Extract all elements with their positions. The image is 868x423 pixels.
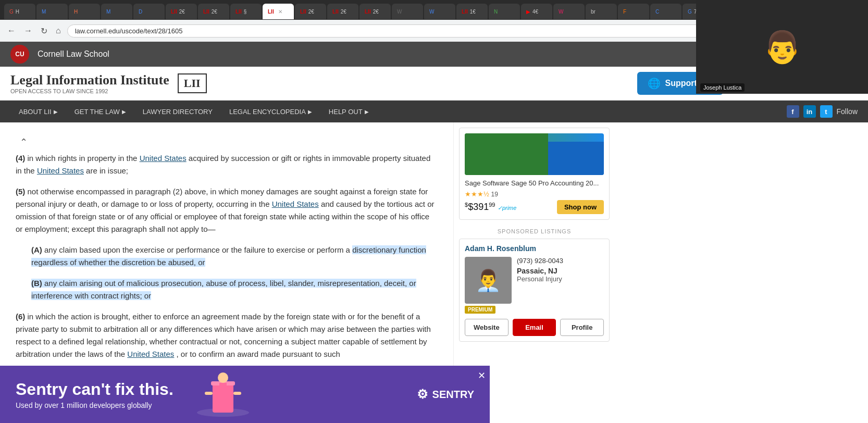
ad-product-image: [465, 133, 604, 175]
video-overlay: 👨 Joseph Lustica: [696, 0, 868, 94]
ad-banner-illustration: [189, 368, 257, 379]
video-person-name: Joseph Lustica: [700, 83, 745, 92]
section-4-text: in which rights in property in the: [28, 154, 138, 163]
nav-get-the-law[interactable]: GET THE LAW ▶: [66, 101, 134, 122]
tab-lii3[interactable]: LII§: [230, 4, 262, 19]
tab-d[interactable]: D: [133, 4, 165, 19]
lawyer-location: Passaic, NJ: [517, 267, 604, 275]
lawyer-name[interactable]: Adam H. Rosenblum: [465, 244, 604, 253]
review-count: 19: [491, 191, 498, 198]
lawyer-actions: Website Email Profile: [465, 319, 604, 336]
tab-lii-active[interactable]: LII✕: [263, 4, 294, 19]
us-link-4[interactable]: United States: [127, 350, 174, 358]
price-main: $391: [468, 202, 489, 212]
lii-logo-box: LII: [178, 73, 207, 93]
us-link-3[interactable]: United States: [272, 200, 319, 208]
us-link-1[interactable]: United States: [140, 154, 187, 163]
subsection-a-paragraph: (A) any claim based upon the exercise or…: [31, 244, 438, 269]
tab-br[interactable]: br: [586, 4, 617, 19]
ad-banner-close-button[interactable]: ✕: [478, 370, 486, 379]
tab-w3[interactable]: W: [553, 4, 585, 19]
tab-f[interactable]: F: [618, 4, 649, 19]
us-link-2[interactable]: United States: [37, 166, 84, 175]
section-6-text2: , or to confirm an award made pursuant t…: [177, 350, 340, 358]
price-container: $$39199 ✓prime: [465, 202, 516, 213]
main-content: ⌃ (4) in which rights in property in the…: [0, 122, 868, 379]
nav-help-out-arrow: ▶: [365, 109, 369, 115]
tab-lii7[interactable]: LII1€: [456, 4, 488, 19]
tab-w1[interactable]: W: [392, 4, 423, 19]
nav-lawyer-directory[interactable]: LAWYER DIRECTORY: [134, 101, 221, 122]
tab-lii5[interactable]: LII2€: [327, 4, 358, 19]
tab-lii1[interactable]: LII2€: [166, 4, 197, 19]
follow-text: Follow: [837, 107, 858, 116]
video-content: 👨 Joseph Lustica: [696, 0, 868, 94]
back-button[interactable]: ←: [5, 24, 18, 38]
ad-stars: ★★★½ 19: [465, 190, 604, 198]
linkedin-icon[interactable]: in: [803, 105, 816, 118]
tab-lii2[interactable]: LII2€: [198, 4, 229, 19]
amazon-ad-card: Sage Software Sage 50 Pro Accounting 20.…: [459, 128, 610, 220]
lii-subtitle: OPEN ACCESS TO LAW SINCE 1992: [10, 88, 169, 94]
subsection-a-block: (A) any claim based upon the exercise or…: [16, 244, 438, 269]
nav-help-out[interactable]: HELP OUT ▶: [320, 101, 377, 122]
lawyer-details: (973) 928-0043 Passaic, NJ Personal Inju…: [517, 257, 604, 314]
chevron-up-icon: ⌃: [20, 135, 28, 150]
facebook-icon[interactable]: f: [787, 105, 799, 118]
ad-product-name: Sage Software Sage 50 Pro Accounting 20.…: [465, 179, 604, 187]
nav-about-lii[interactable]: ABOUT LII ▶: [10, 101, 66, 122]
social-links: f in t Follow: [787, 105, 858, 118]
email-button[interactable]: Email: [513, 319, 556, 336]
nav-about-lii-label: ABOUT LII: [19, 108, 52, 116]
lawyer-avatar: 👨‍💼: [475, 268, 501, 293]
tab-yt[interactable]: ▶4€: [521, 4, 552, 19]
address-bar[interactable]: law.cornell.edu/uscode/text/28/1605: [67, 24, 785, 38]
sponsored-listings-title: SPONSORED LISTINGS: [459, 228, 610, 234]
nav-get-the-law-label: GET THE LAW: [75, 108, 120, 116]
tab-w2[interactable]: W: [424, 4, 455, 19]
tab-lii4[interactable]: LII2€: [295, 4, 326, 19]
tab-h1[interactable]: H: [69, 4, 100, 19]
lii-navigation: ABOUT LII ▶ GET THE LAW ▶ LAWYER DIRECTO…: [0, 101, 868, 122]
lawyer-info: 👨‍💼 PREMIUM (973) 928-0043 Passaic, NJ P…: [465, 257, 604, 314]
home-button[interactable]: ⌂: [54, 24, 63, 38]
subsection-b-highlighted: (B) any claim arising out of malicious p…: [31, 279, 416, 300]
lawyer-phone: (973) 928-0043: [517, 257, 604, 265]
section-6-paragraph: (6) in which the action is brought, eith…: [16, 310, 438, 360]
cornell-school-name: Cornell Law School: [38, 49, 109, 59]
profile-button[interactable]: Profile: [560, 319, 604, 336]
tab-lii6[interactable]: LII2€: [359, 4, 391, 19]
tab-close-icon[interactable]: ✕: [278, 9, 282, 15]
twitter-icon[interactable]: t: [820, 105, 833, 118]
video-person-avatar: 👨: [763, 29, 802, 66]
subsection-b-paragraph: (B) any claim arising out of malicious p…: [31, 277, 438, 302]
section-4-text3: are in issue;: [86, 166, 128, 175]
shop-now-button[interactable]: Shop now: [557, 200, 604, 214]
tab-n[interactable]: N: [489, 4, 520, 19]
tab-m2[interactable]: M: [101, 4, 132, 19]
sidebar: Sage Software Sage 50 Pro Accounting 20.…: [453, 122, 615, 379]
price-row: $$39199 ✓prime Shop now: [465, 200, 604, 214]
scroll-up-chevron[interactable]: ⌃: [16, 133, 438, 152]
subsection-a-text: any claim based upon the exercise or per…: [31, 245, 426, 267]
nav-get-the-law-arrow: ▶: [122, 109, 126, 115]
forward-button[interactable]: →: [22, 24, 34, 38]
section-4-paragraph: (4) in which rights in property in the U…: [16, 152, 438, 177]
section-5-paragraph: (5) not otherwise encompassed in paragra…: [16, 185, 438, 235]
section-4-num: (4): [16, 154, 25, 163]
tab-m1[interactable]: M: [36, 4, 68, 19]
url-display: law.cornell.edu/uscode/text/28/1605: [75, 27, 777, 35]
lawyer-photo: 👨‍💼: [465, 257, 512, 304]
tab-gmail[interactable]: GH: [4, 4, 35, 19]
nav-help-out-label: HELP OUT: [329, 108, 363, 116]
lii-brand: Legal Information Institute OPEN ACCESS …: [10, 72, 207, 94]
nav-lawyer-directory-label: LAWYER DIRECTORY: [143, 108, 213, 116]
reload-button[interactable]: ↻: [39, 24, 49, 38]
nav-legal-encyclopedia[interactable]: LEGAL ENCYCLOPEDIA ▶: [221, 101, 320, 122]
cornell-logo: CU: [10, 45, 29, 64]
price-cents: 99: [489, 202, 495, 208]
nav-about-lii-arrow: ▶: [54, 109, 58, 115]
website-button[interactable]: Website: [465, 319, 509, 336]
ad-banner-figure: [184, 368, 262, 379]
tab-c[interactable]: C: [650, 4, 681, 19]
